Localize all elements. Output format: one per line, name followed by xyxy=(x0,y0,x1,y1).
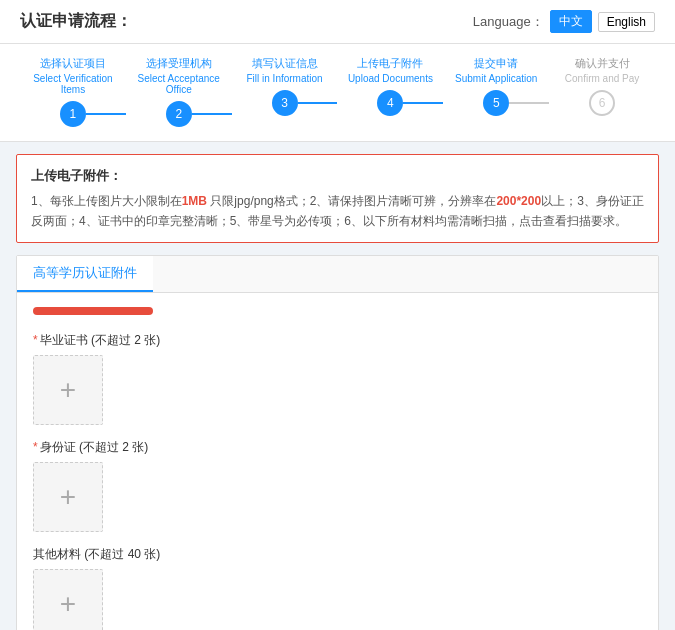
upload-label-0: *毕业证书 (不超过 2 张) xyxy=(33,332,642,349)
tab-item-0[interactable]: 高等学历认证附件 xyxy=(17,256,153,292)
upload-group-1: *身份证 (不超过 2 张) + xyxy=(33,439,642,532)
step-en-1: Select Verification Items xyxy=(20,73,126,95)
upload-label-1: *身份证 (不超过 2 张) xyxy=(33,439,642,456)
lang-cn-button[interactable]: 中文 xyxy=(550,10,592,33)
step-circle-1: 1 xyxy=(60,101,86,127)
step-item-1[interactable]: 选择认证项目 Select Verification Items 1 xyxy=(20,56,126,127)
plus-icon-1: + xyxy=(60,483,76,511)
step-circle-4: 4 xyxy=(377,90,403,116)
step-en-3: Fill in Information xyxy=(247,73,323,84)
upload-group-0: *毕业证书 (不超过 2 张) + xyxy=(33,332,642,425)
upload-content: *毕业证书 (不超过 2 张) + *身份证 (不超过 2 张) + 其他材料 … xyxy=(17,293,658,630)
notice-content: 1、每张上传图片大小限制在1MB 只限jpg/png格式；2、请保持图片清晰可辨… xyxy=(31,191,644,232)
steps-row: 选择认证项目 Select Verification Items 1 选择受理机… xyxy=(20,56,655,127)
upload-group-2: 其他材料 (不超过 40 张) + xyxy=(33,546,642,630)
step-cn-5: 提交申请 xyxy=(474,56,518,71)
required-mark: * xyxy=(33,333,38,347)
tab-bar: 高等学历认证附件 xyxy=(17,256,658,293)
language-section: Language： 中文 English xyxy=(473,10,655,33)
step-cn-1: 选择认证项目 xyxy=(40,56,106,71)
required-mark: * xyxy=(33,440,38,454)
step-en-6: Confirm and Pay xyxy=(565,73,639,84)
upload-box-2[interactable]: + xyxy=(33,569,103,630)
upload-box-0[interactable]: + xyxy=(33,355,103,425)
step-en-2: Select Acceptance Office xyxy=(126,73,232,95)
page-container: 认证申请流程： Language： 中文 English 选择认证项目 Sele… xyxy=(0,0,675,630)
header-bar: 认证申请流程： Language： 中文 English xyxy=(0,0,675,44)
notice-title: 上传电子附件： xyxy=(31,165,644,187)
step-item-4[interactable]: 上传电子附件 Upload Documents 4 xyxy=(337,56,443,116)
step-en-5: Submit Application xyxy=(455,73,537,84)
step-circle-6: 6 xyxy=(589,90,615,116)
steps-bar: 选择认证项目 Select Verification Items 1 选择受理机… xyxy=(0,44,675,142)
step-circle-3: 3 xyxy=(272,90,298,116)
page-title: 认证申请流程： xyxy=(20,11,132,32)
step-en-4: Upload Documents xyxy=(348,73,433,84)
step-cn-3: 填写认证信息 xyxy=(252,56,318,71)
plus-icon-2: + xyxy=(60,590,76,618)
step-item-6[interactable]: 确认并支付 Confirm and Pay 6 xyxy=(549,56,655,116)
tab-container: 高等学历认证附件 *毕业证书 (不超过 2 张) + *身份证 (不超过 2 张… xyxy=(16,255,659,630)
plus-icon-0: + xyxy=(60,376,76,404)
step-item-3[interactable]: 填写认证信息 Fill in Information 3 xyxy=(232,56,338,116)
notice-box: 上传电子附件： 1、每张上传图片大小限制在1MB 只限jpg/png格式；2、请… xyxy=(16,154,659,243)
step-circle-2: 2 xyxy=(166,101,192,127)
step-item-5[interactable]: 提交申请 Submit Application 5 xyxy=(443,56,549,116)
language-label: Language： xyxy=(473,13,544,31)
upload-box-1[interactable]: + xyxy=(33,462,103,532)
step-item-2[interactable]: 选择受理机构 Select Acceptance Office 2 xyxy=(126,56,232,127)
step-cn-6: 确认并支付 xyxy=(575,56,630,71)
username-bar xyxy=(33,307,153,315)
upload-label-2: 其他材料 (不超过 40 张) xyxy=(33,546,642,563)
step-circle-5: 5 xyxy=(483,90,509,116)
step-cn-4: 上传电子附件 xyxy=(357,56,423,71)
step-cn-2: 选择受理机构 xyxy=(146,56,212,71)
lang-en-button[interactable]: English xyxy=(598,12,655,32)
